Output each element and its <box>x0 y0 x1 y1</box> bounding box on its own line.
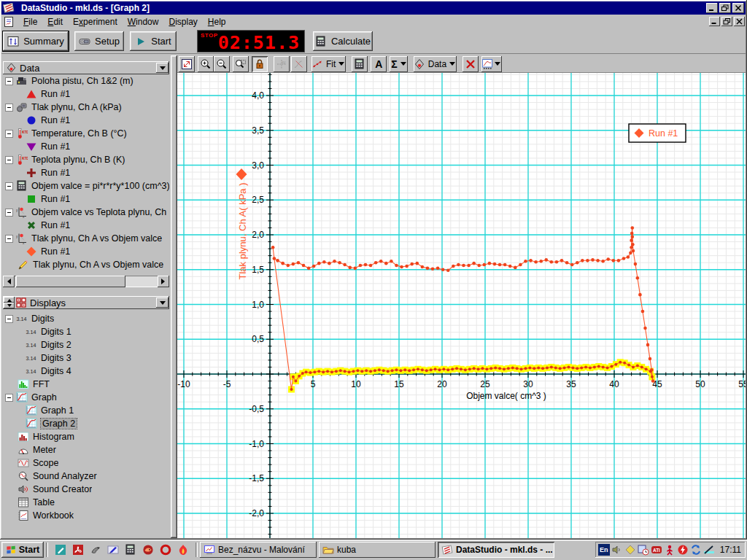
scroll-thumb[interactable] <box>16 276 125 287</box>
expand-box[interactable] <box>5 104 13 112</box>
tray-ati-icon[interactable]: ATi <box>651 544 663 556</box>
data-run-item[interactable]: Run #1 <box>3 88 169 101</box>
task-button-datastudio[interactable]: DataStudio - mkl.ds - ... <box>438 542 554 558</box>
tray-sync-icon[interactable] <box>690 544 703 556</box>
data-tree-item[interactable]: KTDTeplota plynu, Ch B (K) <box>3 153 169 166</box>
zoom-out-button[interactable] <box>214 56 230 72</box>
data-run-item[interactable]: Run #1 <box>3 192 169 206</box>
scroll-right-button[interactable] <box>158 276 169 287</box>
data-panel-header[interactable]: Data <box>3 61 169 74</box>
display-item-graph[interactable]: Graph <box>3 391 169 404</box>
calculate-button[interactable]: Calculate <box>313 31 373 51</box>
menu-help[interactable]: Help <box>203 15 231 28</box>
close-button[interactable] <box>732 3 744 13</box>
tray-diamond-icon[interactable] <box>624 544 637 556</box>
data-run-item[interactable]: Run #1 <box>3 140 169 153</box>
display-item-digits-1[interactable]: 3.14Digits 1 <box>3 325 169 338</box>
data-run-item[interactable]: Run #1 <box>3 166 169 179</box>
quicklaunch-calculator-app-icon[interactable] <box>123 542 138 557</box>
data-tree-item[interactable]: Objem valce = pi*r*r*y*100 (cm^3) <box>3 179 169 192</box>
data-menu-button[interactable]: Data <box>414 56 457 72</box>
tray-volume-icon[interactable] <box>611 544 624 556</box>
menu-experiment[interactable]: Experiment <box>68 15 123 28</box>
setup-button[interactable]: Setup <box>74 31 124 51</box>
zoom-in-button[interactable] <box>198 56 214 72</box>
data-tree-item[interactable]: yxTlak plynu, Ch A vs Objem valce <box>3 232 169 245</box>
displays-dropdown-arrow[interactable] <box>156 298 169 308</box>
display-item-fft[interactable]: FFT <box>3 378 169 391</box>
scale-to-fit-button[interactable] <box>179 56 195 72</box>
data-tree-item[interactable]: yxObjem valce vs Teplota plynu, Ch <box>3 206 169 219</box>
data-run-item[interactable]: Run #1 <box>3 114 169 127</box>
text-annotation-button[interactable]: A <box>371 56 387 72</box>
task-button-paint[interactable]: Bez_názvu - Malování <box>200 542 317 558</box>
graph-settings-button[interactable] <box>481 56 502 72</box>
menu-display[interactable]: Display <box>163 15 202 28</box>
quicklaunch-bird-app-icon[interactable] <box>88 542 103 557</box>
restore-button[interactable] <box>719 3 731 13</box>
scroll-track[interactable] <box>125 276 158 287</box>
expand-box[interactable] <box>5 130 13 138</box>
slope-tool-button[interactable] <box>291 56 307 72</box>
fit-menu-button[interactable]: Fit <box>311 56 346 72</box>
quicklaunch-flame-app-icon[interactable] <box>176 542 190 557</box>
display-item-table[interactable]: Table <box>3 496 169 509</box>
panel-divider[interactable] <box>171 55 177 538</box>
statistics-button[interactable]: Σ <box>390 56 407 72</box>
data-run-item[interactable]: Run #1 <box>3 219 169 232</box>
quicklaunch-pencil-app-icon[interactable] <box>53 542 68 557</box>
display-item-meter[interactable]: Meter <box>3 443 169 456</box>
language-indicator[interactable]: En <box>598 544 610 556</box>
data-tree-item[interactable]: Poloha pistu, Ch 1&2 (m) <box>3 74 169 88</box>
calculator-button[interactable] <box>352 56 368 72</box>
document-icon[interactable] <box>3 16 15 28</box>
minimize-button[interactable] <box>706 3 718 13</box>
display-item-digits-4[interactable]: 3.14Digits 4 <box>3 365 169 378</box>
tray-figure-icon[interactable] <box>664 544 676 556</box>
display-item-scope[interactable]: Scope <box>3 456 169 470</box>
display-item-graph-1[interactable]: Graph 1 <box>3 404 169 417</box>
display-item-graph-2[interactable]: Graph 2 <box>3 417 169 430</box>
lock-tool-button[interactable] <box>252 56 268 72</box>
expand-box[interactable] <box>5 77 13 85</box>
task-button-folder[interactable]: kuba <box>319 542 436 558</box>
quicklaunch-pen-app-icon[interactable] <box>106 542 120 557</box>
menu-edit[interactable]: Edit <box>42 15 68 28</box>
expand-box[interactable] <box>5 235 13 243</box>
displays-panel-header[interactable]: Displays <box>3 296 169 309</box>
zoom-select-button[interactable] <box>233 56 249 72</box>
child-restore-button[interactable] <box>721 17 732 26</box>
quicklaunch-opera-icon[interactable] <box>158 542 173 557</box>
display-item-digits[interactable]: 3.14Digits <box>3 312 169 325</box>
display-item-workbook[interactable]: Workbook <box>3 509 169 522</box>
graph-plot-area[interactable]: -10-55101520253035404550554,03,53,02,52,… <box>177 73 746 538</box>
scroll-left-button[interactable] <box>3 276 15 287</box>
data-run-item[interactable]: Run #1 <box>3 245 169 258</box>
display-item-sound-creator[interactable]: Sound Creator <box>3 483 169 496</box>
expand-box[interactable] <box>5 156 13 164</box>
summary-button[interactable]: Summary <box>3 31 69 51</box>
child-minimize-button[interactable] <box>709 17 720 26</box>
tray-scheduler-icon[interactable] <box>638 544 650 556</box>
data-tree-item[interactable]: Tlak plynu, Ch A vs Objem valce <box>3 258 169 271</box>
tray-power-icon[interactable] <box>677 544 689 556</box>
child-close-button[interactable] <box>734 17 745 26</box>
tray-slope-icon[interactable] <box>703 544 716 556</box>
display-item-digits-2[interactable]: 3.14Digits 2 <box>3 338 169 351</box>
quicklaunch-acrobat-icon[interactable] <box>71 542 85 557</box>
menu-window[interactable]: Window <box>123 15 164 28</box>
display-item-digits-3[interactable]: 3.14Digits 3 <box>3 351 169 365</box>
smart-tool-button[interactable]: xy <box>274 56 290 72</box>
data-tree-item[interactable]: KTDTemperature, Ch B (°C) <box>3 127 169 140</box>
data-dropdown-arrow[interactable] <box>156 63 169 73</box>
display-item-sound-analyzer[interactable]: Sound Analyzer <box>3 470 169 483</box>
data-tree-item[interactable]: Tlak plynu, Ch A (kPa) <box>3 101 169 114</box>
start-capture-button[interactable]: Start <box>130 31 177 51</box>
start-button[interactable]: Start <box>1 542 44 558</box>
expand-box[interactable] <box>5 182 13 190</box>
menu-file[interactable]: File <box>18 15 42 28</box>
expand-box[interactable] <box>5 394 13 402</box>
display-item-histogram[interactable]: Histogram <box>3 430 169 443</box>
delete-button[interactable] <box>462 56 479 72</box>
displays-spinner[interactable] <box>4 297 15 308</box>
